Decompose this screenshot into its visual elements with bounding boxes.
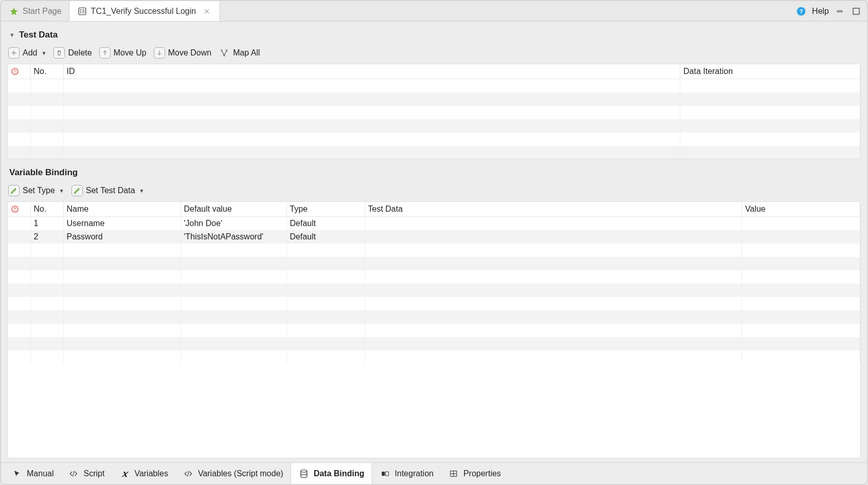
set-type-button[interactable]: Set Type ▼	[8, 185, 64, 196]
main-content: ▼ Test Data Add ▼ Delete Move Up	[1, 22, 867, 462]
svg-rect-21	[382, 472, 385, 476]
map-all-button[interactable]: Map All	[219, 47, 260, 59]
help-label[interactable]: Help	[812, 7, 829, 16]
delete-button[interactable]: Delete	[53, 47, 92, 59]
cell-value[interactable]	[742, 230, 860, 244]
table-row[interactable]	[8, 257, 860, 270]
collapse-icon[interactable]: ▼	[9, 32, 15, 38]
cell-no[interactable]: 2	[30, 230, 63, 244]
tab-variables-script[interactable]: Variables (Script mode)	[175, 463, 291, 484]
column-no[interactable]: No.	[30, 202, 63, 217]
plus-icon	[8, 47, 20, 59]
edit-icon	[8, 185, 20, 196]
star-icon	[8, 6, 20, 17]
maximize-icon[interactable]	[851, 6, 862, 17]
table-row[interactable]: 2 Password 'ThisIsNotAPassword' Default	[8, 230, 860, 244]
cell-default-value[interactable]: 'ThisIsNotAPassword'	[180, 230, 286, 244]
column-default-value[interactable]: Default value	[180, 202, 286, 217]
table-row[interactable]	[8, 79, 860, 92]
column-name[interactable]: Name	[63, 202, 180, 217]
table-row[interactable]	[8, 119, 860, 133]
column-alert[interactable]	[8, 202, 30, 217]
svg-rect-10	[853, 8, 859, 14]
column-no[interactable]: No.	[30, 64, 63, 79]
table-row[interactable]	[8, 106, 860, 119]
editor-tab-bar: Start Page TC1_Verify Successful Login ?…	[1, 1, 867, 22]
button-label: Map All	[233, 48, 260, 58]
trash-icon	[53, 47, 65, 59]
tab-start-page[interactable]: Start Page	[1, 1, 69, 21]
table-row[interactable]	[8, 284, 860, 297]
variable-icon: 𝑥	[119, 468, 130, 479]
cell-type[interactable]: Default	[286, 217, 365, 231]
minimize-icon[interactable]	[834, 6, 845, 17]
tab-integration[interactable]: Integration	[372, 463, 441, 484]
cell-type[interactable]: Default	[286, 230, 365, 244]
column-iteration[interactable]: Data Iteration	[680, 64, 860, 79]
button-label: Add	[23, 48, 37, 58]
section-test-data-header[interactable]: ▼ Test Data	[7, 25, 861, 45]
cell-value[interactable]	[742, 217, 860, 231]
tab-label: Integration	[395, 469, 434, 478]
tab-manual[interactable]: Manual	[4, 463, 61, 484]
table-row[interactable]	[8, 244, 860, 257]
test-data-table[interactable]: No. ID Data Iteration	[7, 64, 861, 159]
tab-tc1[interactable]: TC1_Verify Successful Login	[69, 1, 221, 21]
database-icon	[298, 468, 310, 479]
section-title: Test Data	[19, 30, 58, 40]
cell-test-data[interactable]	[365, 217, 742, 231]
move-up-button[interactable]: Move Up	[99, 47, 147, 59]
table-row[interactable]	[8, 337, 860, 350]
test-case-icon	[77, 6, 88, 17]
table-row[interactable]: 1 Username 'John Doe' Default	[8, 217, 860, 231]
cell-test-data[interactable]	[365, 230, 742, 244]
svg-point-20	[301, 470, 307, 472]
add-button[interactable]: Add ▼	[8, 47, 46, 59]
chevron-down-icon: ▼	[59, 188, 64, 194]
tab-label: Properties	[463, 469, 501, 478]
table-row[interactable]	[8, 133, 860, 146]
svg-text:?: ?	[800, 8, 803, 14]
svg-point-3	[80, 12, 81, 13]
cursor-icon	[11, 468, 23, 479]
svg-rect-9	[837, 10, 842, 11]
tab-label: Manual	[27, 469, 53, 478]
button-label: Set Test Data	[86, 186, 135, 195]
cell-no[interactable]: 1	[30, 217, 63, 231]
cell-name[interactable]: Username	[63, 217, 180, 231]
tab-data-binding[interactable]: Data Binding	[291, 463, 372, 484]
tab-properties[interactable]: Properties	[441, 463, 508, 484]
table-row[interactable]	[8, 297, 860, 310]
table-row[interactable]	[8, 270, 860, 284]
code-icon	[68, 468, 79, 479]
column-alert[interactable]	[8, 64, 30, 79]
test-data-toolbar: Add ▼ Delete Move Up Move Down Map All	[7, 45, 861, 64]
tab-label: Variables	[134, 469, 168, 478]
column-type[interactable]: Type	[286, 202, 365, 217]
help-icon[interactable]: ?	[795, 6, 807, 17]
table-row[interactable]	[8, 350, 860, 364]
tab-label: Data Binding	[314, 469, 365, 478]
map-icon	[219, 47, 230, 59]
grid-icon	[448, 468, 459, 479]
table-row[interactable]	[8, 324, 860, 337]
column-test-data[interactable]: Test Data	[365, 202, 742, 217]
table-row[interactable]	[8, 310, 860, 324]
button-label: Set Type	[23, 186, 55, 195]
chevron-down-icon: ▼	[41, 50, 46, 56]
table-row[interactable]	[8, 146, 860, 159]
close-icon[interactable]	[201, 6, 212, 17]
column-id[interactable]: ID	[63, 64, 680, 79]
tab-variables[interactable]: 𝑥 Variables	[112, 463, 175, 484]
column-value[interactable]: Value	[742, 202, 860, 217]
move-down-button[interactable]: Move Down	[154, 47, 211, 59]
variable-binding-table[interactable]: No. Name Default value Type Test Data Va…	[7, 201, 861, 458]
table-row[interactable]	[8, 92, 860, 106]
integration-icon	[379, 468, 391, 479]
section-variable-binding-header: Variable Binding	[7, 159, 861, 183]
set-test-data-button[interactable]: Set Test Data ▼	[71, 185, 144, 196]
tab-script[interactable]: Script	[61, 463, 112, 484]
cell-name[interactable]: Password	[63, 230, 180, 244]
button-label: Move Up	[114, 48, 147, 58]
cell-default-value[interactable]: 'John Doe'	[180, 217, 286, 231]
